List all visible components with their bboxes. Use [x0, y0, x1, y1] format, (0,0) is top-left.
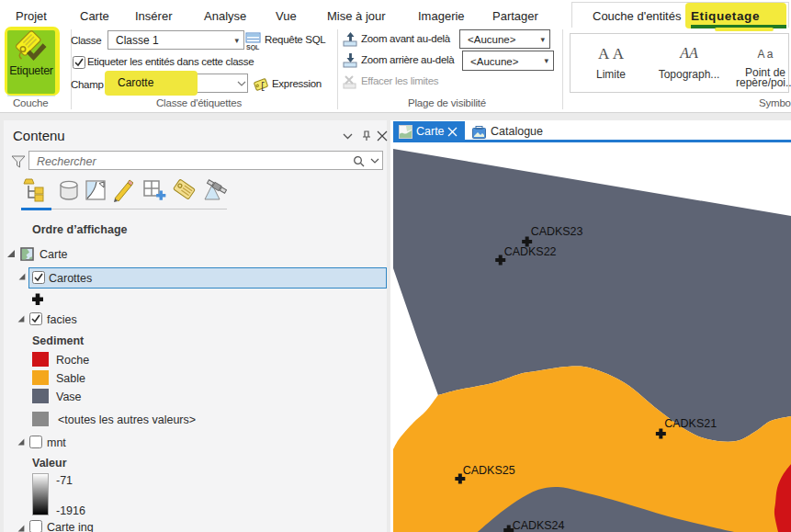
- svg-text:CADKS23: CADKS23: [531, 225, 583, 238]
- svg-text:[ ]: [ ]: [260, 82, 269, 92]
- svg-text:SQL: SQL: [246, 44, 260, 51]
- svg-text:CADKS25: CADKS25: [463, 464, 515, 477]
- svg-text:CADKS22: CADKS22: [504, 245, 557, 258]
- svg-text:CADKS24: CADKS24: [513, 519, 565, 532]
- svg-text:CADKS21: CADKS21: [664, 417, 717, 430]
